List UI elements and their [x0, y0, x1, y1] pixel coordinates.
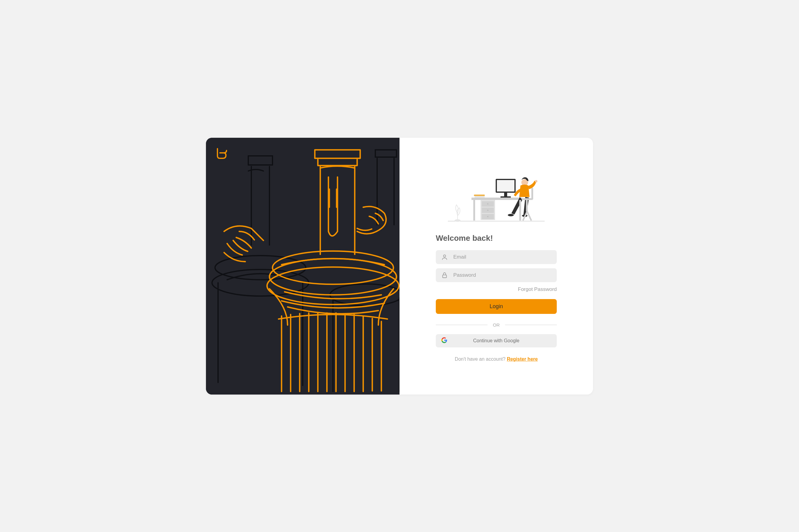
login-card: Welcome back! Forgot Password: [206, 138, 593, 395]
divider-label: OR: [493, 322, 500, 327]
google-login-button[interactable]: Continue with Google: [436, 334, 557, 347]
brand-logo-icon: [214, 146, 230, 163]
signup-prompt: Don't have an account? Register here: [436, 357, 557, 362]
divider-line-left: [436, 325, 488, 325]
form-panel: Welcome back! Forgot Password: [399, 138, 593, 395]
login-form: Welcome back! Forgot Password: [436, 233, 557, 362]
signup-text: Don't have an account?: [455, 357, 507, 362]
svg-rect-18: [474, 194, 485, 196]
artwork-panel: [206, 138, 399, 395]
svg-rect-29: [531, 188, 533, 200]
svg-point-8: [455, 219, 460, 222]
svg-rect-30: [526, 200, 528, 211]
lock-icon: [441, 272, 448, 279]
svg-point-25: [535, 180, 538, 183]
svg-rect-31: [519, 200, 521, 221]
svg-point-17: [487, 216, 488, 217]
forgot-password-link[interactable]: Forgot Password: [518, 286, 557, 292]
divider-line-right: [505, 325, 557, 325]
svg-point-32: [443, 255, 446, 257]
svg-rect-23: [501, 196, 511, 197]
svg-rect-21: [497, 180, 514, 192]
google-icon: [441, 337, 447, 344]
email-input[interactable]: [453, 254, 551, 260]
svg-rect-28: [522, 198, 532, 200]
page-title: Welcome back!: [436, 233, 557, 243]
email-field-wrapper[interactable]: [436, 250, 557, 264]
svg-rect-33: [443, 275, 447, 278]
register-link[interactable]: Register here: [507, 357, 538, 362]
user-icon: [441, 254, 448, 261]
hero-illustration: [206, 138, 399, 395]
password-input[interactable]: [453, 272, 551, 278]
svg-point-26: [508, 214, 514, 216]
login-button[interactable]: Login: [436, 299, 557, 314]
svg-rect-22: [504, 193, 507, 196]
svg-rect-19: [474, 196, 485, 197]
divider: OR: [436, 322, 557, 327]
svg-point-15: [487, 203, 488, 205]
svg-rect-10: [473, 200, 475, 221]
password-field-wrapper[interactable]: [436, 268, 557, 282]
svg-rect-9: [471, 197, 522, 200]
desk-illustration: [448, 170, 545, 225]
svg-point-16: [487, 210, 488, 211]
google-button-label: Continue with Google: [473, 338, 520, 343]
